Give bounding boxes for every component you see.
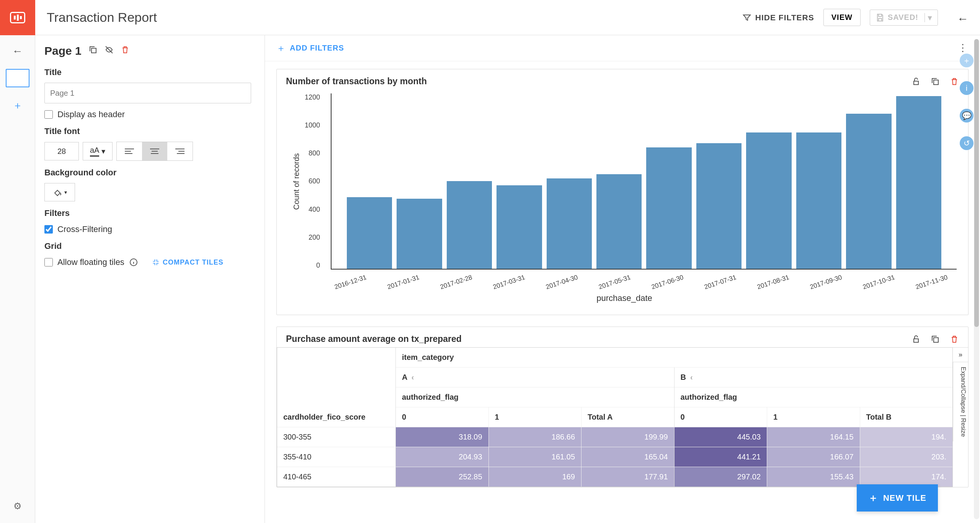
- pivot-cell: 161.05: [489, 447, 582, 467]
- pivot-col-totala: Total A: [581, 407, 674, 427]
- chart-bar[interactable]: [646, 147, 691, 269]
- chart-bar[interactable]: [397, 199, 442, 269]
- allow-floating-input[interactable]: [44, 258, 53, 266]
- delete-tile-icon[interactable]: [950, 335, 959, 344]
- collapse-arrow-icon[interactable]: ←: [957, 12, 969, 25]
- add-page-button[interactable]: ＋: [13, 99, 23, 112]
- chart-bar[interactable]: [347, 197, 392, 269]
- display-as-header-checkbox[interactable]: Display as header: [44, 110, 253, 119]
- pivot-group-b[interactable]: B ‹: [675, 368, 953, 387]
- chevron-left-icon: ‹: [412, 373, 414, 381]
- pivot-collapse-label[interactable]: Expand/Collapse | Resize: [953, 362, 968, 441]
- new-tile-button[interactable]: ＋ NEW TILE: [857, 484, 938, 512]
- pivot-cell: 165.04: [581, 447, 674, 467]
- chart-bar[interactable]: [746, 132, 791, 269]
- chart-bar[interactable]: [447, 181, 492, 269]
- rail-add-icon[interactable]: ＋: [960, 54, 973, 67]
- hide-page-icon[interactable]: [105, 45, 114, 57]
- pivot-cell: 445.03: [675, 427, 768, 447]
- font-style-dropdown[interactable]: aA ▾: [83, 142, 113, 160]
- display-as-header-label: Display as header: [57, 110, 125, 119]
- cross-filtering-input[interactable]: [44, 225, 53, 234]
- pivot-row-label: 410-465: [277, 467, 396, 487]
- add-filters-button[interactable]: ＋ ADD FILTERS: [276, 42, 344, 54]
- add-filters-label: ADD FILTERS: [290, 44, 344, 52]
- pivot-data-row: 300-355 318.09 186.66 199.99 445.03 164.…: [277, 427, 952, 447]
- chevron-left-icon: ‹: [690, 373, 693, 381]
- chart-bar[interactable]: [497, 185, 542, 269]
- align-right-button[interactable]: [167, 142, 193, 160]
- chart-bar[interactable]: [596, 174, 642, 269]
- font-style-sample: aA: [90, 146, 99, 157]
- pivot-group-a[interactable]: A ‹: [396, 368, 674, 387]
- cross-filtering-checkbox[interactable]: Cross-Filtering: [44, 224, 253, 234]
- pivot-data-row: 410-465 252.85 169 177.91 297.02 155.43 …: [277, 467, 952, 487]
- info-icon[interactable]: [129, 258, 138, 267]
- pivot-cell: 166.07: [767, 447, 860, 467]
- tile-pivot[interactable]: Purchase amount average on tx_prepared i…: [276, 327, 969, 487]
- unlock-icon[interactable]: [911, 335, 921, 344]
- tile-chart[interactable]: Number of transactions by month Count of…: [276, 69, 969, 315]
- hide-filters-button[interactable]: HIDE FILTERS: [742, 13, 814, 22]
- chevron-down-icon: ▾: [64, 189, 67, 195]
- rail-history-icon[interactable]: ↺: [960, 136, 973, 150]
- align-center-button[interactable]: [142, 142, 167, 160]
- duplicate-tile-icon[interactable]: [931, 77, 940, 86]
- duplicate-tile-icon[interactable]: [931, 335, 940, 344]
- saved-caret-icon[interactable]: ▾: [924, 13, 932, 22]
- canvas-scroll[interactable]: Number of transactions by month Count of…: [265, 61, 980, 523]
- pivot-cell: 203.: [860, 447, 953, 467]
- pivot-row-label: 355-410: [277, 447, 396, 467]
- pivot-col-a1: 1: [489, 407, 582, 427]
- chart-bar[interactable]: [896, 96, 941, 269]
- view-button[interactable]: VIEW: [823, 9, 861, 26]
- page-rail: ← ＋ ⚙: [0, 35, 35, 523]
- chart-bar[interactable]: [846, 114, 891, 269]
- pivot-col-totalb: Total B: [860, 407, 953, 427]
- page-thumbnail-1[interactable]: [6, 69, 29, 87]
- pivot-cell: 252.85: [396, 467, 489, 487]
- tile-chart-title: Number of transactions by month: [286, 76, 427, 87]
- rail-comment-icon[interactable]: 💬: [960, 109, 973, 123]
- filter-icon: [742, 13, 751, 22]
- chart-bar[interactable]: [696, 143, 742, 269]
- duplicate-page-icon[interactable]: [88, 45, 98, 57]
- unlock-icon[interactable]: [911, 77, 921, 86]
- pivot-subheader-a: authorized_flag: [396, 387, 674, 407]
- compact-tiles-label: COMPACT TILES: [163, 258, 224, 266]
- topbar: Transaction Report HIDE FILTERS VIEW SAV…: [0, 0, 980, 35]
- pivot-row-header: cardholder_fico_score: [277, 407, 396, 427]
- y-axis-label: Count of records: [292, 93, 301, 270]
- pivot-collapse-toggle[interactable]: »: [953, 348, 968, 362]
- pivot-cell: 186.66: [489, 427, 582, 447]
- app-logo[interactable]: [0, 0, 35, 35]
- chart-bar[interactable]: [547, 178, 592, 269]
- chart-plot: [324, 93, 957, 270]
- settings-gear-icon[interactable]: ⚙: [0, 501, 35, 512]
- page-settings-panel: Page 1 Title Display as header Title fon…: [35, 35, 265, 523]
- pivot-row-label: 300-355: [277, 427, 396, 447]
- title-section-label: Title: [44, 67, 253, 77]
- saved-indicator[interactable]: SAVED! ▾: [870, 10, 938, 26]
- font-size-input[interactable]: 28: [44, 142, 79, 160]
- delete-page-icon[interactable]: [121, 45, 130, 57]
- chart-bar[interactable]: [796, 132, 841, 269]
- save-icon: [875, 13, 885, 22]
- back-arrow-icon[interactable]: ←: [12, 45, 23, 57]
- svg-rect-0: [91, 48, 96, 53]
- bg-color-section-label: Background color: [44, 168, 253, 178]
- bg-color-picker[interactable]: ▾: [44, 183, 75, 201]
- chart-icon: [10, 12, 25, 23]
- y-axis-ticks: 120010008006004002000: [301, 93, 324, 270]
- rail-info-icon[interactable]: i: [960, 81, 973, 95]
- grid-section-label: Grid: [44, 241, 253, 251]
- page-title-input[interactable]: [44, 83, 251, 103]
- pivot-cell: 441.21: [675, 447, 768, 467]
- compact-tiles-button[interactable]: COMPACT TILES: [152, 258, 224, 266]
- pivot-cell: 204.93: [396, 447, 489, 467]
- display-as-header-input[interactable]: [44, 110, 53, 119]
- align-left-button[interactable]: [117, 142, 142, 160]
- dashboard-title[interactable]: Transaction Report: [47, 10, 742, 25]
- pivot-cell: 318.09: [396, 427, 489, 447]
- pivot-cell: 174.: [860, 467, 953, 487]
